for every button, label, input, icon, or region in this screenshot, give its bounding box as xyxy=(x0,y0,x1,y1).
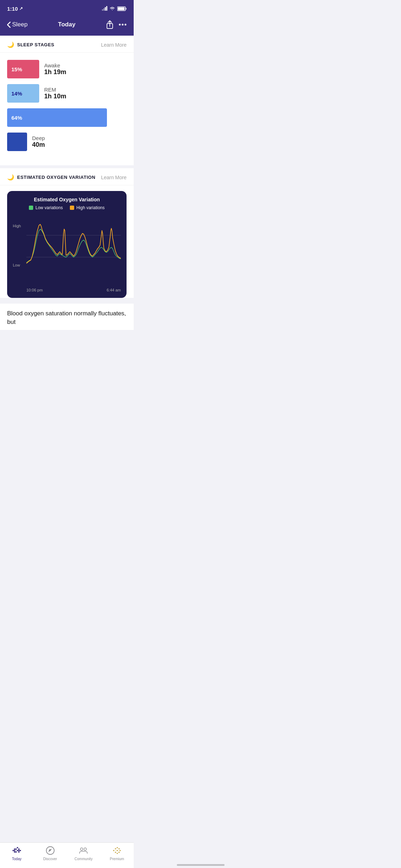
back-chevron-icon xyxy=(7,22,11,28)
deep-bar xyxy=(7,133,27,151)
teaser-text-section: Blood oxygen saturation normally fluctua… xyxy=(0,304,134,330)
section-title-row: 🌙 SLEEP STAGES xyxy=(7,41,55,48)
stage-row-awake: 15% Awake 1h 19m xyxy=(7,60,127,78)
y-axis-labels: High Low xyxy=(13,215,21,276)
chart-times: 10:06 pm 6:44 am xyxy=(13,288,121,292)
teaser-text: Blood oxygen saturation normally fluctua… xyxy=(7,310,126,325)
oxygen-learn-more-link[interactable]: Learn More xyxy=(101,175,127,180)
awake-label: Awake xyxy=(44,62,66,68)
status-icons xyxy=(102,6,127,11)
svg-point-4 xyxy=(119,24,120,26)
moon-icon-2: 🌙 xyxy=(7,174,14,181)
low-variations-dot xyxy=(29,206,33,210)
signal-icon xyxy=(102,6,107,11)
oxygen-title-row: 🌙 ESTIMATED OXYGEN VARIATION xyxy=(7,174,96,181)
legend-high: High variations xyxy=(70,205,104,210)
time-start: 10:06 pm xyxy=(26,288,43,292)
status-time: 1:10 ↗ xyxy=(7,6,23,12)
chart-svg xyxy=(26,215,121,277)
rem-label: REM xyxy=(44,87,66,93)
chart-area: High Low xyxy=(13,215,121,286)
rem-pct: 14% xyxy=(11,91,22,97)
sleep-stages-title: SLEEP STAGES xyxy=(17,42,55,47)
deep-bar-container xyxy=(7,133,27,151)
high-variations-label: High variations xyxy=(76,205,104,210)
awake-pct: 15% xyxy=(11,66,22,72)
deep-duration: 40m xyxy=(32,141,45,149)
sleep-stages-header: 🌙 SLEEP STAGES Learn More xyxy=(0,36,134,53)
awake-bar-container: 15% xyxy=(7,60,39,78)
awake-duration: 1h 19m xyxy=(44,68,66,76)
page-title: Today xyxy=(58,21,76,28)
low-variations-label: Low variations xyxy=(35,205,63,210)
light-pct: 64% xyxy=(11,115,22,121)
status-bar: 1:10 ↗ xyxy=(0,0,134,16)
sleep-stages-list: 15% Awake 1h 19m 14% REM 1h 10m xyxy=(0,53,134,165)
back-button[interactable]: Sleep xyxy=(7,21,27,28)
oxygen-title: ESTIMATED OXYGEN VARIATION xyxy=(17,175,96,180)
rem-bar-container: 14% xyxy=(7,84,39,103)
svg-point-5 xyxy=(122,24,123,26)
back-label: Sleep xyxy=(12,21,27,28)
stage-row-deep: Deep 40m xyxy=(7,133,127,151)
svg-rect-1 xyxy=(126,8,127,10)
legend-low: Low variations xyxy=(29,205,63,210)
stage-row-light: 64% Light 5h 29m xyxy=(7,108,127,127)
chart-title: Estimated Oxygen Variation xyxy=(13,197,121,202)
share-icon[interactable] xyxy=(106,20,114,29)
awake-info: Awake 1h 19m xyxy=(44,62,66,76)
nav-bar: Sleep Today xyxy=(0,16,134,36)
rem-info: REM 1h 10m xyxy=(44,87,66,100)
oxygen-chart-svg xyxy=(26,215,121,277)
chart-legend: Low variations High variations xyxy=(13,205,121,210)
time-display: 1:10 xyxy=(7,6,18,12)
page-content: 🌙 SLEEP STAGES Learn More 15% Awake 1h 1… xyxy=(0,36,134,362)
deep-label: Deep xyxy=(32,135,45,141)
moon-icon: 🌙 xyxy=(7,41,14,48)
y-low-label: Low xyxy=(13,263,21,267)
oxygen-chart-container: Estimated Oxygen Variation Low variation… xyxy=(7,191,127,298)
rem-duration: 1h 10m xyxy=(44,93,66,100)
svg-rect-2 xyxy=(118,7,125,10)
nav-actions xyxy=(106,20,127,29)
time-end: 6:44 am xyxy=(107,288,121,292)
light-bar-container: 64% Light 5h 29m xyxy=(7,108,127,127)
oxygen-variation-section: 🌙 ESTIMATED OXYGEN VARIATION Learn More … xyxy=(0,168,134,298)
deep-info: Deep 40m xyxy=(32,135,45,149)
light-bar: 64% xyxy=(7,108,107,127)
location-icon: ↗ xyxy=(19,6,23,11)
stage-row-rem: 14% REM 1h 10m xyxy=(7,84,127,103)
more-icon[interactable] xyxy=(119,24,127,26)
rem-bar: 14% xyxy=(7,84,39,103)
svg-point-6 xyxy=(124,24,126,26)
high-variations-dot xyxy=(70,206,74,210)
battery-icon xyxy=(117,6,127,11)
sleep-learn-more-link[interactable]: Learn More xyxy=(101,42,127,48)
y-high-label: High xyxy=(13,224,21,228)
oxygen-header: 🌙 ESTIMATED OXYGEN VARIATION Learn More xyxy=(0,168,134,185)
sleep-stages-section: 🌙 SLEEP STAGES Learn More 15% Awake 1h 1… xyxy=(0,36,134,165)
wifi-icon xyxy=(109,6,115,11)
awake-bar: 15% xyxy=(7,60,39,78)
